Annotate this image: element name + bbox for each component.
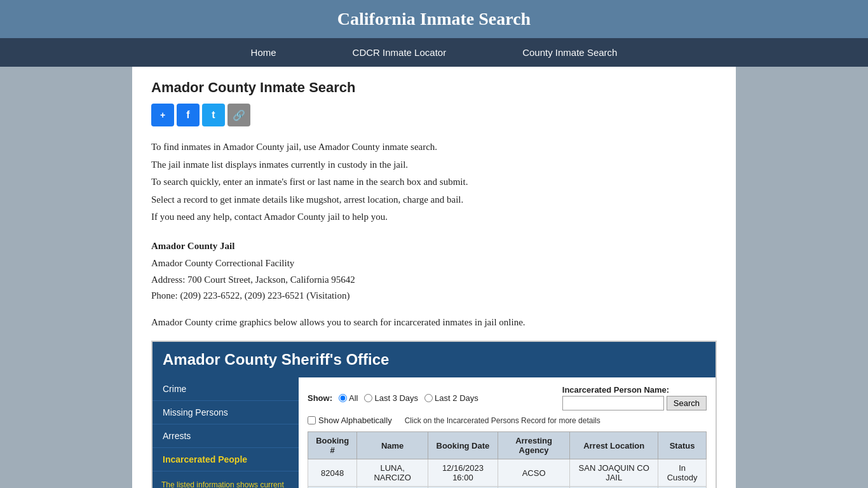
jail-address: Address: 700 Court Street, Jackson, Cali… [151,272,717,288]
col-location: Arrest Location [570,432,658,459]
col-agency: Arresting Agency [498,432,569,459]
desc-line-1: To find inmates in Amador County jail, u… [151,139,717,156]
name-search-label: Incarcerated Person Name: [562,385,669,395]
main-nav: Home CDCR Inmate Locator County Inmate S… [0,38,868,67]
description: To find inmates in Amador County jail, u… [151,139,717,226]
search-button[interactable]: Search [667,396,707,410]
share-button-share[interactable]: + [151,104,174,126]
col-name: Name [357,432,428,459]
table-cell: LUNA, NARCIZO [357,459,428,487]
radio-all[interactable]: All [339,393,358,403]
table-header-row: Booking # Name Booking Date Arresting Ag… [308,432,707,459]
page-title: Amador County Inmate Search [151,79,717,96]
jail-name: Amador County Jail [151,238,717,255]
share-buttons: + f t 🔗 [151,104,717,126]
nav-cdcr[interactable]: CDCR Inmate Locator [315,38,485,67]
nav-county[interactable]: County Inmate Search [484,38,655,67]
sheriff-content: Show: All Last 3 Days Last 2 Days [299,377,715,488]
sidebar-note: The listed information shows current in … [153,471,299,488]
name-search-section: Incarcerated Person Name: Search [562,385,707,410]
desc-line-4: Select a record to get inmate details li… [151,192,717,208]
radio-2days-input[interactable] [424,394,433,402]
table-cell: ACSO [498,459,569,487]
col-status: Status [658,432,707,459]
sidebar-menu-crime[interactable]: Crime [153,377,299,401]
sidebar-menu-arrests[interactable]: Arrests [153,424,299,448]
radio-group: All Last 3 Days Last 2 Days [339,393,478,403]
radio-3days-input[interactable] [364,394,372,402]
jail-phone: Phone: (209) 223-6522, (209) 223-6521 (V… [151,288,717,304]
share-button-twitter[interactable]: t [202,104,225,126]
inmate-table-body: 82048LUNA, NARCIZO12/16/2023 16:00ACSOSA… [308,459,707,489]
alpha-row: Show Alphabetically Click on the Incarce… [308,416,707,425]
crime-graphics-text: Amador County crime graphics below allow… [151,315,717,331]
sheriff-sidebar: Crime Missing Persons Arrests Incarcerat… [153,377,299,488]
sheriff-body: Crime Missing Persons Arrests Incarcerat… [153,377,715,488]
share-button-facebook[interactable]: f [177,104,200,126]
click-hint: Click on the Incarcerated Persons Record… [405,416,600,425]
site-title: California Inmate Search [337,9,531,29]
desc-line-3: To search quickly, enter an inmate's fir… [151,174,717,191]
col-booking: Booking # [308,432,357,459]
table-cell: 12/16/2023 16:00 [428,459,498,487]
desc-line-5: If you need any help, contact Amador Cou… [151,209,717,226]
col-booking-date: Booking Date [428,432,498,459]
table-row[interactable]: 82048LUNA, NARCIZO12/16/2023 16:00ACSOSA… [308,459,707,487]
sidebar-menu-missing[interactable]: Missing Persons [153,401,299,424]
show-alpha-checkbox[interactable] [308,416,316,424]
table-cell: In Custody [658,459,707,487]
table-cell: 82048 [308,459,357,487]
radio-3days[interactable]: Last 3 Days [364,393,418,403]
desc-line-2: The jail inmate list displays inmates cu… [151,157,717,173]
show-label: Show: [308,393,332,403]
table-cell: SAN JOAQUIN CO JAIL [570,459,658,487]
jail-facility: Amador County Correctional Facility [151,255,717,272]
content-wrapper: Amador County Inmate Search + f t 🔗 To f… [132,67,736,488]
name-input[interactable] [562,396,664,410]
radio-2days[interactable]: Last 2 Days [424,393,478,403]
sheriff-widget: Amador County Sheriff's Office Crime Mis… [151,341,717,488]
filter-row: Show: All Last 3 Days Last 2 Days [308,385,707,410]
show-alphabetically-label[interactable]: Show Alphabetically [308,416,392,425]
site-header: California Inmate Search [0,0,868,38]
sidebar-menu-incarcerated[interactable]: Incarcerated People [153,448,299,471]
nav-home[interactable]: Home [213,38,315,67]
name-search-row: Search [562,396,707,410]
sheriff-header: Amador County Sheriff's Office [153,342,715,377]
radio-all-input[interactable] [339,394,347,402]
jail-info: Amador County Jail Amador County Correct… [151,238,717,304]
inmate-table: Booking # Name Booking Date Arresting Ag… [308,431,707,488]
share-button-link[interactable]: 🔗 [227,104,250,126]
